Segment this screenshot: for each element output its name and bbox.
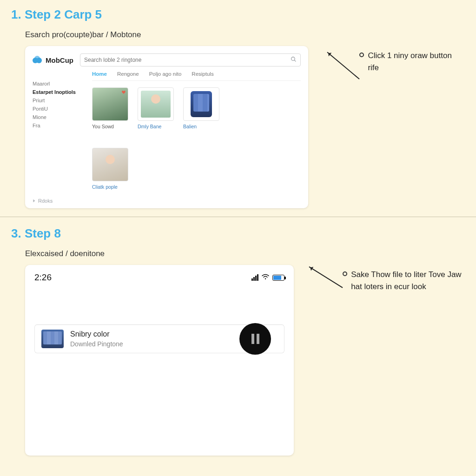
battery-icon <box>272 275 284 281</box>
sidebar-item[interactable]: Fra <box>33 121 84 130</box>
search-icon[interactable] <box>291 56 297 64</box>
brand-logo-icon <box>33 56 43 64</box>
step1-subtitle: Esarch pro(coupte)bar / Mobtone <box>25 30 465 40</box>
step1-heading: 1. Step 2 Carp 5 <box>11 7 465 22</box>
tabs: HomeRengonePoljo ago nitoResiptuls <box>92 71 301 81</box>
footer-text: Rdoks <box>38 198 53 204</box>
brand: MobCup <box>33 56 73 64</box>
step2-heading: 3. Step 8 <box>11 226 465 241</box>
sidebar-item[interactable]: PontiU <box>33 105 84 113</box>
phone-screenshot: 2:26 Snibry color Downled Pingtone <box>25 265 294 456</box>
tab[interactable]: Rengone <box>117 71 139 77</box>
download-row[interactable]: Snibry color Downled Pingtone <box>34 324 284 353</box>
result-tile[interactable]: You Sowd <box>92 87 128 129</box>
tab[interactable]: Resiptuls <box>192 71 213 77</box>
svg-point-0 <box>291 57 295 61</box>
tile-caption: Cliatk pople <box>92 184 128 190</box>
svg-point-2 <box>265 278 266 279</box>
tab[interactable]: Home <box>92 71 107 77</box>
sidebar: MaarorlEstarpet InoptiolsPriurtPontiUMio… <box>33 71 84 190</box>
sidebar-item[interactable]: Mione <box>33 113 84 121</box>
tile-caption: You Sowd <box>92 124 128 129</box>
heart-icon <box>121 90 126 94</box>
brand-name: MobCup <box>46 56 73 64</box>
callout-arrow-icon <box>309 266 343 288</box>
step1-note: Click 1 niny oraw button rife <box>368 50 465 73</box>
step2-note: Sake Thow file to liter Tove Jaw hat lot… <box>351 269 465 292</box>
svg-line-1 <box>295 60 296 61</box>
tab[interactable]: Poljo ago nito <box>149 71 182 77</box>
signal-icon <box>251 274 258 281</box>
sidebar-item[interactable]: Maarorl <box>33 79 84 88</box>
callout-arrow-icon <box>327 52 360 79</box>
pause-button[interactable] <box>239 323 271 355</box>
tile-thumb <box>92 87 128 121</box>
bullet-icon <box>343 271 347 276</box>
result-tile[interactable]: Balien <box>183 87 219 129</box>
step2-subtitle: Elexcaised / doenitone <box>25 249 465 258</box>
tile-thumb <box>138 87 174 121</box>
search-input[interactable] <box>84 57 276 63</box>
wifi-icon <box>261 272 270 283</box>
sidebar-item[interactable]: Estarpet Inoptiols <box>33 88 84 96</box>
status-time: 2:26 <box>34 272 52 283</box>
tile-thumb <box>92 148 128 181</box>
status-bar: 2:26 <box>34 272 284 283</box>
tile-caption: Dmly Bane <box>138 124 174 129</box>
result-tile[interactable]: Dmly Bane <box>138 87 174 129</box>
chevron-right-icon <box>32 198 36 203</box>
results-grid: You SowdDmly BaneBalienCliatk pople <box>92 87 301 190</box>
tile-caption: Balien <box>183 124 219 129</box>
card-footer: Rdoks <box>32 198 53 204</box>
sidebar-item[interactable]: Priurt <box>33 96 84 105</box>
bullet-icon <box>359 53 364 57</box>
result-tile[interactable]: Cliatk pople <box>92 148 128 190</box>
mobcup-window: MobCup MaarorlEstarpet InoptiolsPriurtPo… <box>25 46 308 208</box>
section-divider <box>0 217 476 217</box>
download-thumb-icon <box>41 330 64 348</box>
search-bar[interactable] <box>80 53 301 66</box>
pause-icon <box>251 334 259 344</box>
tile-thumb <box>183 87 219 121</box>
